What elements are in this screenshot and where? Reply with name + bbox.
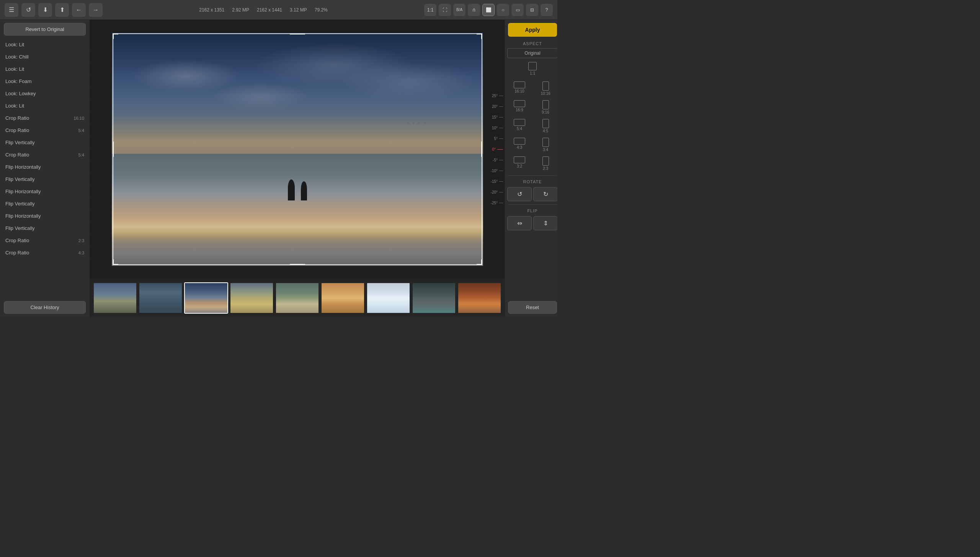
- aspect-2-3[interactable]: 2:3: [533, 155, 557, 172]
- aspect-label-2-3: 2:3: [543, 166, 548, 171]
- tick-label: -10°: [486, 169, 498, 173]
- history-item[interactable]: Crop Ratio 4:3: [0, 247, 90, 259]
- history-item[interactable]: Flip Vertically: [0, 137, 90, 149]
- download-button[interactable]: ⬇: [38, 3, 52, 17]
- rotate-cw-button[interactable]: ↻: [533, 187, 557, 201]
- history-item[interactable]: Flip Horizontally: [0, 210, 90, 222]
- filmstrip-thumb[interactable]: [230, 282, 274, 314]
- aspect-icon-4-5: [542, 119, 549, 128]
- aspect-3-4[interactable]: 3:4: [533, 136, 557, 153]
- ruler-tick: -25°: [482, 197, 503, 208]
- reset-button[interactable]: Reset: [508, 301, 557, 314]
- aspect-4-3[interactable]: 4:3: [507, 136, 532, 153]
- history-item-label: Crop Ratio: [5, 152, 29, 158]
- share-button[interactable]: ⬆: [55, 3, 69, 17]
- tick-line: [499, 106, 503, 107]
- history-item-label: Look: Lit: [5, 66, 24, 72]
- image-canvas[interactable]: ~ ~ ~ ~: [112, 33, 483, 266]
- person2: [301, 181, 307, 200]
- compare-split-button[interactable]: ⫛: [468, 4, 480, 16]
- flip-horizontal-button[interactable]: ⇔: [507, 216, 532, 230]
- history-item-badge: 2:3: [78, 238, 84, 243]
- tick-line: [499, 171, 503, 171]
- tick-label: 10°: [486, 126, 498, 130]
- history-item-badge: 4:3: [78, 251, 84, 255]
- aspect-label-10-16: 10:16: [541, 91, 550, 96]
- circle-crop-button[interactable]: ○: [497, 4, 509, 16]
- aspect-3-2[interactable]: 3:2: [507, 155, 532, 172]
- history-item-label: Crop Ratio: [5, 238, 29, 243]
- crop-tool-button[interactable]: ⬜: [482, 4, 495, 16]
- history-item-label: Flip Vertically: [5, 176, 35, 182]
- canvas-area[interactable]: ~ ~ ~ ~ 25° 20° 15° 10°: [90, 20, 505, 278]
- aspect-4-5[interactable]: 4:5: [533, 117, 557, 135]
- one-to-one-button[interactable]: 1:1: [424, 4, 436, 16]
- tick-label: 15°: [486, 115, 498, 119]
- history-item[interactable]: Look: Lit: [0, 100, 90, 112]
- filmstrip-thumb[interactable]: [93, 282, 137, 314]
- history-item[interactable]: Crop Ratio 16:10: [0, 112, 90, 124]
- tick-label: 0°: [484, 147, 496, 151]
- history-item[interactable]: Flip Vertically: [0, 173, 90, 186]
- tick-line: [499, 96, 503, 96]
- history-item[interactable]: Look: Chill: [0, 51, 90, 63]
- history-item[interactable]: Look: Lit: [0, 39, 90, 51]
- history-button[interactable]: ↺: [21, 3, 35, 17]
- filmstrip-thumb[interactable]: [366, 282, 410, 314]
- filmstrip-thumb[interactable]: [184, 282, 228, 314]
- history-item[interactable]: Crop Ratio 5:4: [0, 124, 90, 137]
- history-item-label: Flip Vertically: [5, 201, 35, 207]
- filmstrip-thumb[interactable]: [321, 282, 365, 314]
- aspect-9-16[interactable]: 9:16: [533, 99, 557, 116]
- aspect-icon-5-4: [514, 119, 525, 126]
- aspect-1-1[interactable]: 1:1: [527, 60, 538, 77]
- redo-button[interactable]: →: [89, 3, 103, 17]
- aspect-16-10[interactable]: 16:10: [507, 80, 532, 97]
- aspect-icon-3-2: [514, 156, 525, 163]
- history-item[interactable]: Look: Foam: [0, 75, 90, 88]
- aspect-icon-9-16: [542, 100, 549, 109]
- compare-ba-button[interactable]: B/A: [453, 4, 466, 16]
- tick-line: [497, 149, 503, 150]
- history-item-label: Flip Horizontally: [5, 164, 41, 170]
- birds: ~ ~ ~ ~: [407, 121, 427, 125]
- aspect-5-4[interactable]: 5:4: [507, 117, 532, 135]
- history-item[interactable]: Flip Vertically: [0, 222, 90, 235]
- rotate-ccw-button[interactable]: ↺: [507, 187, 532, 201]
- clear-history-button[interactable]: Clear History: [4, 301, 86, 314]
- original-aspect-button[interactable]: Original: [507, 48, 557, 58]
- ruler-tick: 15°: [482, 112, 503, 122]
- undo-button[interactable]: ←: [72, 3, 86, 17]
- history-item[interactable]: Flip Horizontally: [0, 161, 90, 173]
- aspect-icon-10-16: [542, 81, 549, 91]
- fit-button[interactable]: ⛶: [439, 4, 451, 16]
- tick-line: [499, 117, 503, 117]
- history-item[interactable]: Look: Lowkey: [0, 88, 90, 100]
- filmstrip-thumb[interactable]: [457, 282, 501, 314]
- filmstrip-thumb[interactable]: [275, 282, 319, 314]
- aspect-10-16[interactable]: 10:16: [533, 80, 557, 97]
- constrain-button[interactable]: ⊟: [526, 4, 538, 16]
- ruler-tick: 5°: [482, 133, 503, 144]
- help-button[interactable]: ?: [541, 4, 553, 16]
- rotate-grid: ↺ ↻: [505, 186, 557, 203]
- menu-button[interactable]: ☰: [5, 3, 18, 17]
- history-item[interactable]: Flip Horizontally: [0, 186, 90, 198]
- history-item[interactable]: Flip Vertically: [0, 198, 90, 210]
- history-item[interactable]: Look: Lit: [0, 63, 90, 75]
- aspect-16-9[interactable]: 16:9: [507, 99, 532, 116]
- filmstrip-thumb[interactable]: [139, 282, 183, 314]
- tick-line: [499, 203, 503, 203]
- history-item-label: Look: Lit: [5, 42, 24, 47]
- apply-button[interactable]: Apply: [508, 23, 557, 37]
- aspect-label-4-3: 4:3: [517, 145, 522, 150]
- filmstrip-thumb[interactable]: [412, 282, 456, 314]
- rect-crop-button[interactable]: ▭: [511, 4, 524, 16]
- history-item-label: Look: Lit: [5, 103, 24, 109]
- revert-to-original-button[interactable]: Revert to Original: [4, 23, 86, 36]
- history-item[interactable]: Crop Ratio 5:4: [0, 149, 90, 161]
- aspect-label-1-1: 1:1: [530, 71, 535, 75]
- ruler-tick: 0°: [482, 144, 503, 155]
- history-item[interactable]: Crop Ratio 2:3: [0, 235, 90, 247]
- flip-vertical-button[interactable]: ⇕: [533, 216, 557, 230]
